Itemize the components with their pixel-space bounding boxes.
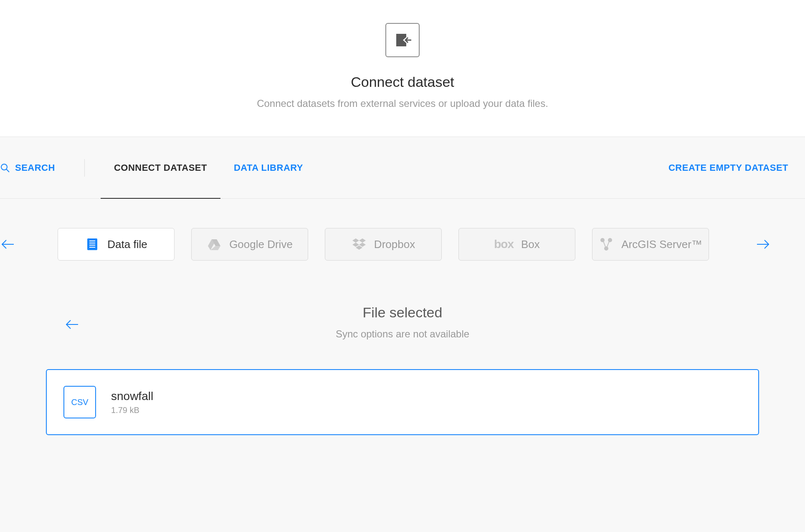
tab-library-label: DATA LIBRARY — [234, 162, 303, 173]
data-file-icon — [85, 237, 100, 252]
import-arrow-icon — [394, 31, 411, 49]
tab-connect-dataset[interactable]: CONNECT DATASET — [101, 137, 220, 198]
svg-line-13 — [607, 241, 609, 247]
page-header: Connect dataset Connect datasets from ex… — [0, 0, 805, 137]
source-dropbox-label: Dropbox — [374, 238, 415, 251]
arcgis-icon — [599, 237, 614, 252]
import-icon-box — [385, 23, 420, 57]
file-info: snowfall 1.79 kB — [111, 390, 153, 415]
content-area: SEARCH CONNECT DATASET DATA LIBRARY CREA… — [0, 137, 805, 532]
tabs-left: SEARCH CONNECT DATASET DATA LIBRARY — [0, 137, 316, 198]
create-empty-label: CREATE EMPTY DATASET — [668, 162, 788, 173]
sources-container: Data file Google Drive Dropbox — [58, 228, 709, 261]
file-selected-title: File selected — [0, 304, 805, 321]
arrow-left-icon — [0, 237, 15, 252]
source-data-file-label: Data file — [107, 238, 147, 251]
page-title: Connect dataset — [351, 74, 454, 90]
tab-search-label: SEARCH — [15, 162, 55, 173]
source-data-file[interactable]: Data file — [58, 228, 175, 261]
tabs-row: SEARCH CONNECT DATASET DATA LIBRARY CREA… — [0, 137, 805, 199]
file-size: 1.79 kB — [111, 405, 153, 415]
file-selected-section: File selected Sync options are not avail… — [0, 261, 805, 435]
tab-connect-label: CONNECT DATASET — [114, 162, 207, 173]
dropbox-icon — [352, 237, 367, 252]
svg-line-2 — [6, 169, 9, 172]
source-arcgis-label: ArcGIS Server™ — [621, 238, 702, 251]
svg-line-12 — [603, 241, 605, 247]
sources-nav-left[interactable] — [0, 236, 16, 252]
create-empty-dataset-button[interactable]: CREATE EMPTY DATASET — [668, 162, 805, 173]
tab-divider — [84, 159, 85, 177]
file-name: snowfall — [111, 390, 153, 403]
sources-row: Data file Google Drive Dropbox — [0, 199, 805, 261]
google-drive-icon — [207, 237, 222, 252]
source-box-label: Box — [521, 238, 540, 251]
arrow-right-icon — [755, 237, 770, 252]
sources-nav-right[interactable] — [755, 236, 771, 252]
svg-point-11 — [605, 247, 608, 250]
source-google-drive[interactable]: Google Drive — [191, 228, 308, 261]
search-icon — [0, 163, 10, 173]
box-icon: box — [494, 238, 514, 251]
source-dropbox[interactable]: Dropbox — [325, 228, 442, 261]
source-google-drive-label: Google Drive — [229, 238, 293, 251]
back-button[interactable] — [65, 317, 80, 334]
svg-point-1 — [1, 164, 7, 170]
source-arcgis[interactable]: ArcGIS Server™ — [592, 228, 709, 261]
tab-data-library[interactable]: DATA LIBRARY — [220, 137, 316, 198]
file-type-badge: CSV — [63, 386, 96, 418]
page-subtitle: Connect datasets from external services … — [257, 98, 548, 109]
source-box[interactable]: box Box — [458, 228, 575, 261]
selected-file-card[interactable]: CSV snowfall 1.79 kB — [46, 369, 759, 435]
svg-rect-4 — [87, 238, 97, 250]
arrow-left-icon — [65, 317, 80, 332]
tab-search[interactable]: SEARCH — [0, 137, 70, 198]
file-selected-subtitle: Sync options are not available — [0, 328, 805, 340]
